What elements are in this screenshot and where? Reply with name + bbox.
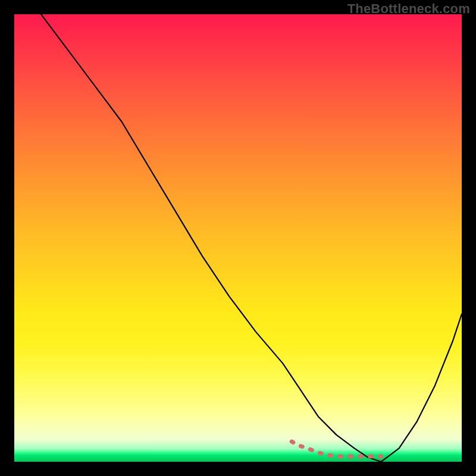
chart-frame: [14, 14, 462, 462]
chart-gradient-background: [14, 14, 462, 462]
